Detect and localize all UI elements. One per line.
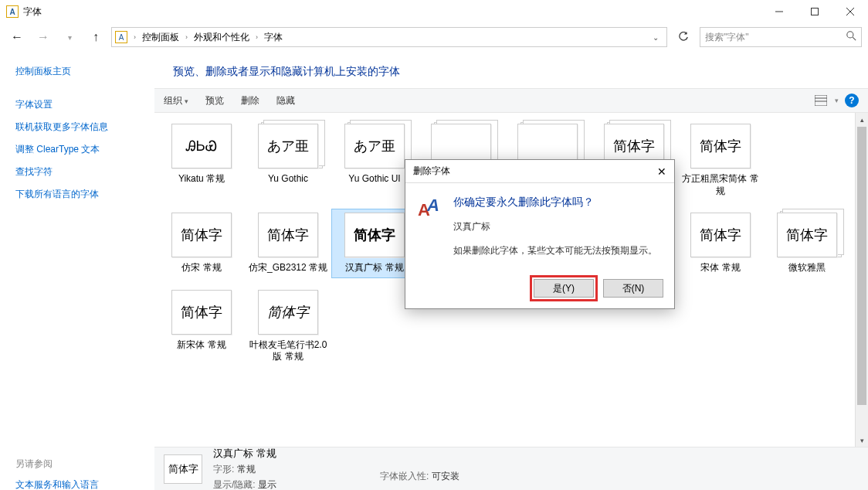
delete-font-dialog: 删除字体 ✕ AA 你确定要永久删除此字体吗？ 汉真广标 如果删除此字体，某些文… — [405, 159, 675, 309]
details-style-value: 常规 — [237, 464, 256, 475]
up-button[interactable]: ↑ — [85, 26, 107, 48]
font-tile: 简体字 — [344, 213, 405, 257]
scroll-down-button[interactable]: ▾ — [856, 434, 868, 447]
window-controls — [761, 0, 868, 23]
details-showhide-value: 显示 — [258, 479, 276, 490]
font-tile: 简体字 — [171, 213, 232, 257]
font-label: 宋体 常规 — [700, 262, 740, 274]
address-bar[interactable]: A › 控制面板 › 外观和个性化 › 字体 ⌄ — [111, 27, 667, 47]
font-tile: 简体字 — [690, 213, 751, 257]
search-placeholder: 搜索"字体" — [705, 31, 749, 44]
chevron-right-icon: › — [185, 33, 188, 41]
back-button[interactable]: ← — [6, 26, 28, 48]
vertical-scrollbar[interactable]: ▴ ▾ — [855, 113, 868, 447]
sidebar-link-text-services[interactable]: 文本服务和输入语言 — [15, 478, 139, 490]
address-dropdown-button[interactable]: ⌄ — [648, 33, 663, 42]
toolbar-hide[interactable]: 隐藏 — [276, 94, 295, 107]
font-tile: ᎯᏏᏯ — [171, 124, 232, 168]
dialog-close-button[interactable]: ✕ — [657, 165, 666, 178]
font-item[interactable]: あア亜Yu Gothic — [246, 121, 331, 200]
font-tile: 简体字 — [777, 213, 837, 257]
refresh-button[interactable] — [672, 27, 695, 47]
font-tile: 简体字 — [171, 290, 232, 335]
minimize-button[interactable] — [761, 0, 797, 23]
maximize-button[interactable] — [797, 0, 832, 23]
details-showhide-label: 显示/隐藏: — [213, 479, 256, 490]
scroll-thumb[interactable] — [857, 127, 866, 405]
close-button[interactable] — [832, 0, 868, 23]
breadcrumb-control-panel[interactable]: 控制面板 — [142, 31, 179, 44]
font-label: 方正粗黑宋简体 常规 — [680, 173, 761, 197]
toolbar: 组织 预览 删除 隐藏 ▾ ? — [154, 88, 868, 113]
font-item[interactable]: 简体字叶根友毛笔行书2.0版 常规 — [246, 287, 331, 366]
navigation-bar: ← → ▾ ↑ A › 控制面板 › 外观和个性化 › 字体 ⌄ 搜索"字体" — [0, 23, 868, 51]
font-item[interactable]: 简体字仿宋 常规 — [159, 209, 244, 277]
font-label: 仿宋_GB2312 常规 — [249, 262, 327, 274]
font-label: Yu Gothic — [268, 173, 308, 185]
font-item[interactable]: 简体字新宋体 常规 — [159, 287, 244, 366]
sidebar-link-download-langs[interactable]: 下载所有语言的字体 — [15, 188, 139, 201]
view-options-button[interactable] — [813, 93, 829, 108]
font-label: 汉真广标 常规 — [345, 262, 403, 274]
search-icon — [846, 31, 856, 43]
font-label: Yu Gothic UI — [348, 173, 400, 185]
app-icon: A — [6, 5, 19, 18]
font-tile: あア亜 — [344, 124, 405, 168]
sidebar-link-get-more-fonts[interactable]: 联机获取更多字体信息 — [15, 121, 139, 134]
chevron-right-icon: › — [256, 33, 258, 41]
font-label: 叶根友毛笔行书2.0版 常规 — [248, 339, 328, 363]
font-tile: 简体字 — [690, 124, 751, 168]
toolbar-preview[interactable]: 预览 — [205, 94, 224, 107]
font-label: 仿宋 常规 — [181, 262, 221, 274]
toolbar-delete[interactable]: 删除 — [241, 94, 259, 107]
font-label: 新宋体 常规 — [177, 339, 225, 352]
font-tile: 简体字 — [258, 290, 318, 335]
location-icon: A — [115, 31, 127, 43]
sidebar-home[interactable]: 控制面板主页 — [15, 65, 139, 78]
dialog-titlebar: 删除字体 ✕ — [405, 160, 674, 183]
font-tile: あア亜 — [258, 124, 318, 168]
dialog-yes-button[interactable]: 是(Y) — [534, 279, 594, 298]
svg-point-4 — [847, 32, 853, 38]
view-dropdown-icon[interactable]: ▾ — [835, 97, 839, 104]
details-pane: 简体字 汉真广标 常规 字形: 常规 显示/隐藏: 显示 字体嵌入性: 可安装 — [154, 447, 868, 490]
font-item[interactable]: ᎯᏏᏯYikatu 常规 — [159, 121, 244, 200]
details-thumbnail: 简体字 — [164, 454, 202, 484]
title-bar: A 字体 — [0, 0, 868, 23]
font-label: 微软雅黑 — [788, 262, 826, 274]
sidebar: 控制面板主页 字体设置 联机获取更多字体信息 调整 ClearType 文本 查… — [0, 51, 154, 490]
font-tile: 简体字 — [258, 213, 318, 257]
svg-rect-6 — [815, 95, 827, 106]
svg-line-5 — [853, 37, 856, 40]
font-item[interactable]: 简体字宋体 常规 — [678, 209, 763, 277]
breadcrumb-appearance[interactable]: 外观和个性化 — [194, 31, 249, 44]
window-title: 字体 — [23, 5, 761, 19]
see-also-header: 另请参阅 — [15, 458, 139, 471]
font-item[interactable]: 简体字方正粗黑宋简体 常规 — [678, 121, 763, 200]
font-item[interactable]: 简体字仿宋_GB2312 常规 — [246, 209, 331, 277]
details-embed-label: 字体嵌入性: — [380, 471, 429, 481]
dialog-title: 删除字体 — [413, 165, 450, 178]
forward-button[interactable]: → — [32, 26, 54, 48]
recent-locations-button[interactable]: ▾ — [59, 26, 80, 48]
details-embed-value: 可安装 — [432, 471, 459, 481]
details-style-label: 字形: — [213, 464, 234, 475]
sidebar-link-find-char[interactable]: 查找字符 — [15, 165, 139, 179]
dialog-question: 你确定要永久删除此字体吗？ — [453, 196, 662, 209]
font-item[interactable]: 简体字微软雅黑 — [765, 209, 849, 277]
details-font-name: 汉真广标 常规 — [213, 447, 276, 461]
page-title: 预览、删除或者显示和隐藏计算机上安装的字体 — [154, 51, 868, 88]
dialog-no-button[interactable]: 否(N) — [603, 279, 663, 298]
chevron-right-icon: › — [134, 33, 136, 41]
dialog-icon: AA — [418, 196, 442, 220]
font-label: Yikatu 常规 — [178, 173, 225, 185]
toolbar-organize[interactable]: 组织 — [164, 94, 188, 107]
sidebar-link-cleartype[interactable]: 调整 ClearType 文本 — [15, 143, 139, 156]
breadcrumb-fonts[interactable]: 字体 — [264, 31, 283, 44]
search-input[interactable]: 搜索"字体" — [700, 27, 862, 47]
dialog-warning: 如果删除此字体，某些文本可能无法按预期显示。 — [453, 244, 662, 257]
sidebar-link-font-settings[interactable]: 字体设置 — [15, 98, 139, 111]
dialog-font-name: 汉真广标 — [453, 220, 662, 233]
scroll-up-button[interactable]: ▴ — [856, 113, 868, 126]
help-button[interactable]: ? — [845, 94, 859, 107]
